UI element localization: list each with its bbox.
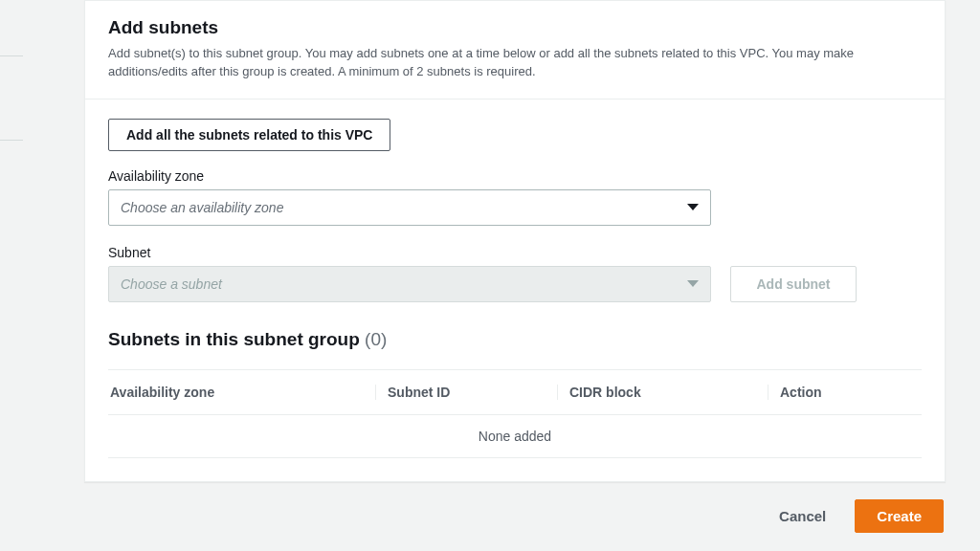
subnet-table: Availability zone Subnet ID CIDR block A… (108, 369, 922, 458)
availability-zone-placeholder: Choose an availability zone (121, 200, 283, 215)
col-action: Action (768, 385, 922, 400)
subnet-select[interactable]: Choose a subnet (108, 266, 711, 302)
add-subnets-panel: Add subnets Add subnet(s) to this subnet… (84, 0, 946, 482)
caret-down-icon (687, 204, 699, 210)
col-cidr-block: CIDR block (558, 385, 768, 400)
subnet-group-heading: Subnets in this subnet group (0) (108, 329, 922, 350)
availability-zone-select[interactable]: Choose an availability zone (108, 189, 711, 226)
table-header: Availability zone Subnet ID CIDR block A… (108, 370, 922, 414)
subnet-label: Subnet (108, 245, 922, 260)
col-availability-zone: Availability zone (108, 385, 376, 400)
add-all-subnets-button[interactable]: Add all the subnets related to this VPC (108, 119, 390, 151)
footer-actions: Cancel Create (84, 482, 946, 533)
panel-header: Add subnets Add subnet(s) to this subnet… (85, 1, 945, 99)
subnet-group-count: (0) (365, 329, 387, 349)
cancel-button[interactable]: Cancel (762, 500, 843, 532)
subnet-group-heading-text: Subnets in this subnet group (108, 329, 360, 349)
add-subnet-button[interactable]: Add subnet (730, 266, 857, 302)
create-button[interactable]: Create (855, 499, 944, 533)
table-empty-message: None added (108, 414, 922, 457)
col-subnet-id: Subnet ID (376, 385, 558, 400)
panel-title: Add subnets (108, 16, 922, 40)
subnet-placeholder: Choose a subnet (121, 276, 222, 292)
availability-zone-label: Availability zone (108, 168, 922, 184)
panel-description: Add subnet(s) to this subnet group. You … (108, 44, 922, 81)
caret-down-icon (687, 280, 699, 287)
